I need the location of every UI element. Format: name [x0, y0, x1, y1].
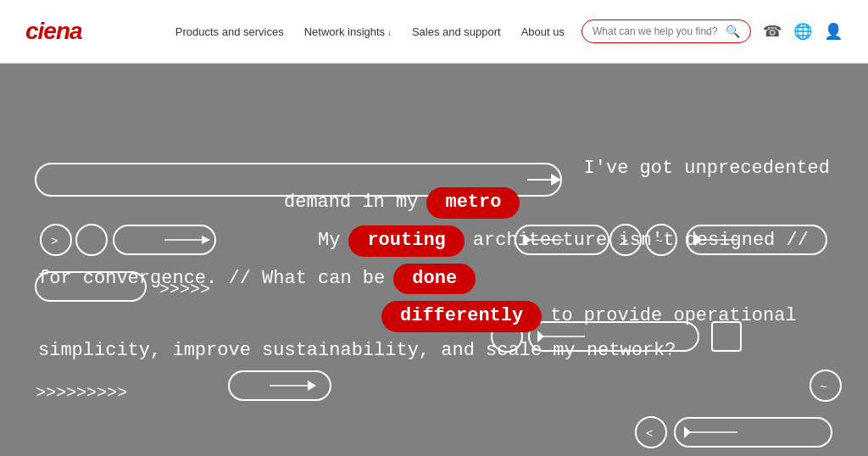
hero-line3-prefix: My — [318, 229, 340, 253]
hero-content: I've got unprecedented demand in my metr… — [0, 64, 868, 456]
main-nav: Products and services Network insights S… — [175, 25, 565, 38]
hero-line2-prefix: demand in my — [284, 191, 418, 215]
hero-line5-suffix: to provide operational — [550, 304, 796, 329]
hero-line-3: My routing architecture isn't designed /… — [38, 225, 830, 257]
hero-pill-routing[interactable]: routing — [348, 225, 464, 257]
hero-pill-metro[interactable]: metro — [426, 187, 520, 219]
hero-line1-text: I've got unprecedented — [584, 157, 830, 181]
hero-line3-suffix: architecture isn't designed // — [473, 229, 809, 253]
hero-line6-text: simplicity, improve sustainability, and … — [38, 339, 676, 364]
nav-insights[interactable]: Network insights — [304, 25, 392, 38]
globe-icon[interactable]: 🌐 — [793, 22, 812, 41]
logo[interactable]: ciena — [25, 18, 82, 45]
hero-line4-prefix: for convergence. // What can be — [38, 267, 385, 292]
header: ciena Products and services Network insi… — [0, 0, 868, 64]
hero-pill-differently[interactable]: differently — [381, 301, 542, 332]
header-icons: ☎ 🌐 👤 — [763, 22, 843, 41]
hero-pill-done[interactable]: done — [393, 264, 476, 295]
hero-line-5: differently to provide operational — [38, 301, 830, 332]
hero-line-1: I've got unprecedented — [38, 157, 830, 181]
hero-line-6: simplicity, improve sustainability, and … — [38, 339, 830, 364]
user-icon[interactable]: 👤 — [824, 22, 843, 41]
search-input[interactable] — [593, 25, 726, 37]
nav-sales[interactable]: Sales and support — [412, 25, 501, 38]
hero-line-4: for convergence. // What can be done — [38, 264, 830, 295]
nav-products[interactable]: Products and services — [175, 25, 284, 38]
search-box: 🔍 — [581, 19, 751, 43]
hero-line-2: demand in my metro — [38, 187, 830, 219]
nav-about[interactable]: About us — [521, 25, 565, 38]
logo-text: ciena — [25, 18, 82, 44]
phone-icon[interactable]: ☎ — [763, 22, 782, 41]
search-icon[interactable]: 🔍 — [726, 25, 740, 38]
hero-section: > > ~ >>>>> — [0, 64, 868, 456]
